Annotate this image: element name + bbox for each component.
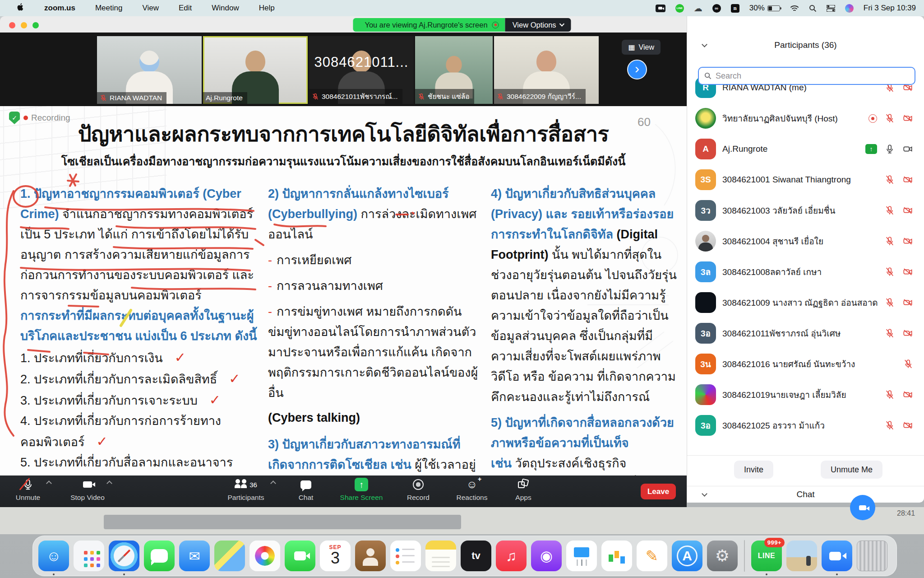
avatar — [695, 231, 716, 252]
line-icon[interactable]: LINE — [675, 3, 684, 13]
pages-icon[interactable]: ✎ — [637, 541, 667, 571]
battery-icon — [767, 5, 780, 11]
participant-row[interactable]: 3084621009 นางสาว ณัฏฐธิดา อ่อนสอาด ↑ — [687, 287, 924, 318]
system-preferences-icon[interactable]: ⚙ — [707, 541, 738, 571]
participant-row[interactable]: 3น 3084621016 นายศรัณย์ นันทะขว้าง ↑ — [687, 349, 924, 379]
avatar: 3อ — [695, 323, 716, 344]
reminders-icon[interactable] — [390, 541, 421, 571]
menu-clock[interactable]: Fri 3 Sep 10:39 — [864, 4, 916, 13]
menu-item[interactable]: View — [142, 4, 159, 13]
participant-row[interactable]: 3ล 3084621008ลดาวัลย์ เกษา ↑ — [687, 256, 924, 287]
menu-item[interactable]: Help — [259, 4, 275, 13]
video-tile[interactable]: ชัยชนะ แซ่ล้อ — [415, 36, 493, 104]
line-app-icon[interactable]: LINE 999+ — [751, 541, 782, 571]
participant-name: 3084621025 อรวรา ม้าแก้ว — [722, 419, 880, 432]
menu-item[interactable]: Edit — [179, 4, 192, 13]
siri-icon[interactable] — [845, 4, 854, 13]
music-icon[interactable]: ♫ — [496, 541, 527, 571]
calendar-icon[interactable]: SEP 3 — [320, 541, 351, 571]
participant-row[interactable]: 3อ 3084621011พัชราภรณ์ อุ่นวิเศษ ↑ — [687, 318, 924, 349]
menu-item[interactable]: Meeting — [95, 4, 122, 13]
camera-off-icon — [902, 390, 913, 400]
video-tile[interactable]: 3084622009 กัญญาวีร์... — [494, 36, 599, 104]
chat-button[interactable]: Chat — [279, 478, 333, 502]
participant-row[interactable]: 3084621004 สุชานรี เยื่อใย ↑ — [687, 226, 924, 256]
dock-icon[interactable] — [744, 540, 745, 572]
leave-button[interactable]: Leave — [641, 484, 676, 499]
participant-row[interactable]: 3ว 3084621003 วลัยวัลย์ เอี่ยมชื่น ↑ — [687, 195, 924, 226]
avatar: 3น — [695, 354, 716, 374]
battery-indicator[interactable]: 30% — [749, 3, 780, 13]
running-indicator-dot — [836, 573, 838, 575]
participants-count-badge: 36 — [249, 481, 257, 489]
facetime-icon[interactable] — [285, 541, 315, 571]
view-options-button[interactable]: View Options — [505, 18, 571, 32]
numbers-icon[interactable] — [601, 541, 632, 571]
participant-row[interactable]: A Aj.Rungrote ↑ — [687, 134, 924, 164]
notion-icon[interactable]: n — [731, 3, 739, 13]
red-dash: - — [268, 253, 272, 267]
muted-mic-icon — [312, 93, 319, 100]
wifi-icon[interactable] — [790, 3, 799, 13]
reactions-button[interactable]: ☺ Reactions — [445, 478, 499, 502]
contacts-icon[interactable] — [355, 541, 386, 571]
zoom-window-button[interactable] — [32, 22, 39, 28]
invite-button[interactable]: Invite — [734, 461, 773, 479]
podcasts-icon[interactable]: ◉ — [531, 541, 562, 571]
mic-muted-icon — [885, 420, 895, 430]
collapse-chevron-icon[interactable] — [702, 42, 707, 47]
participant-row[interactable]: 3S 3084621001 Siwanat Thiangtrong ↑ — [687, 164, 924, 195]
video-tile[interactable]: Aj.Rungrote — [203, 36, 308, 104]
minimize-button[interactable] — [21, 22, 27, 28]
mail-icon[interactable]: ✉ — [179, 541, 210, 571]
participants-button[interactable]: 36 Participants — [219, 478, 273, 502]
bullet-item: -การเหยียดเพศ — [268, 250, 479, 270]
participants-header[interactable]: Participants (36) — [687, 33, 924, 58]
chat-section-header[interactable]: Chat — [687, 486, 924, 503]
zoom-app-icon[interactable] — [822, 541, 852, 571]
video-tile[interactable]: RIANA WADTAN — [97, 36, 202, 104]
creative-cloud-icon[interactable]: ∞ — [712, 3, 721, 13]
apple-menu-icon[interactable] — [17, 3, 24, 14]
next-page-arrow-button[interactable]: › — [627, 60, 647, 79]
maps-icon[interactable] — [214, 541, 245, 571]
participant-row[interactable]: 3อ 3084621025 อรวรา ม้าแก้ว ↑ — [687, 410, 924, 441]
tile-id-text: 3084621011... — [309, 54, 414, 70]
body-privacy: นั้น พบได้มากที่สุดในช่วงอายุวัยรุ่นตอนต… — [491, 248, 677, 404]
cloud-icon[interactable]: ☁ — [694, 3, 702, 13]
mic-muted-icon — [885, 113, 895, 123]
search-input[interactable]: Search — [698, 67, 915, 85]
participant-name: Aj.Rungrote — [722, 144, 861, 154]
spotlight-search-icon[interactable] — [809, 3, 817, 13]
record-button[interactable]: Record — [391, 478, 445, 502]
video-tile[interactable]: 3084621011... 3084621011พัชราภรณ์... — [309, 36, 414, 104]
messages-icon[interactable] — [144, 541, 175, 571]
launchpad-icon[interactable] — [74, 541, 104, 571]
apple-tv-icon[interactable]: tv — [461, 541, 491, 571]
apps-button[interactable]: Apps — [496, 478, 550, 502]
control-center-icon[interactable] — [827, 3, 835, 13]
participant-row[interactable]: 3084621019นายเจษฎา เลี้ยมวิลัย ↑ — [687, 379, 924, 410]
menu-app-name[interactable]: zoom.us — [44, 4, 75, 13]
photo-preview-icon[interactable] — [786, 541, 817, 571]
view-layout-button[interactable]: ▦View — [622, 40, 661, 55]
keynote-icon[interactable] — [566, 541, 597, 571]
finder-icon[interactable]: ☺ — [38, 541, 69, 571]
participant-row[interactable]: วิทยาลัยนาฏศิลปจันทบุรี (Host) ↑ — [687, 103, 924, 134]
avatar — [695, 292, 716, 313]
stop-video-button[interactable]: Stop Video — [60, 478, 115, 502]
search-icon — [704, 72, 711, 79]
trash-icon[interactable] — [857, 541, 887, 571]
unmute-button[interactable]: Unmute — [1, 478, 55, 502]
muted-mic-icon — [418, 93, 425, 100]
photos-icon[interactable] — [249, 541, 280, 571]
video-camera-icon[interactable] — [656, 3, 665, 13]
menu-item[interactable]: Window — [212, 4, 239, 13]
close-button[interactable] — [9, 22, 15, 28]
share-screen-button[interactable]: ↑ Share Screen — [334, 478, 388, 502]
safari-icon[interactable] — [109, 541, 139, 571]
app-store-icon[interactable]: A — [672, 541, 702, 571]
collapse-chevron-icon[interactable] — [702, 491, 707, 497]
notes-icon[interactable] — [425, 541, 456, 571]
unmute-me-button[interactable]: Unmute Me — [821, 461, 882, 479]
